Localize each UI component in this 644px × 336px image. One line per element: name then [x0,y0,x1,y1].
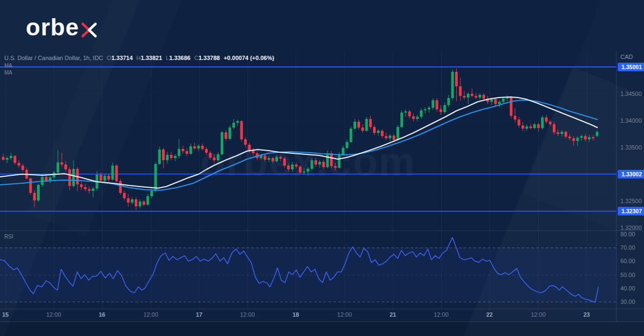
trading-chart-page: orbe orbex.com U.S. Dollar / Canadian Do… [0,0,644,336]
price-tick: 1.33500 [620,144,642,151]
time-label: 12:00 [337,311,352,318]
rsi-tick: 70.00 [620,244,635,251]
rsi-tick: 60.00 [620,258,635,264]
time-label: 15 [2,311,9,318]
price-level-badge: 1.33002 [618,170,644,178]
price-axis-currency: CAD [620,54,633,60]
time-label: 22 [486,311,493,318]
change-value: +0.00074 (+0.06%) [224,55,274,61]
time-label: 12:00 [531,311,546,318]
rsi-tick: 40.00 [620,285,635,292]
high-value: 1.33821 [141,55,162,61]
open-value: 1.33714 [112,55,133,61]
time-label: 23 [583,311,590,318]
rsi-indicator-label[interactable]: RSI [4,234,13,240]
price-level-badge: 1.35001 [618,63,644,71]
symbol-title[interactable]: U.S. Dollar / Canadian Dollar, 1h, IDC [4,55,103,61]
price-level-badge: 1.32307 [618,207,644,215]
time-label: 12:00 [46,311,61,318]
rsi-tick: 80.00 [620,231,635,237]
price-tick: 1.34000 [620,117,642,124]
time-label: 12:00 [240,311,255,318]
close-label: C [194,55,199,61]
low-value: 1.33686 [169,55,191,61]
time-label: 12:00 [143,311,158,318]
rsi-tick: 30.00 [620,298,635,305]
price-tick: 1.34500 [620,91,642,97]
time-label: 21 [390,311,396,318]
price-tick: 1.32000 [620,225,642,231]
close-value: 1.33788 [199,55,220,61]
ma-indicator-label-1[interactable]: MA [4,63,12,69]
time-label: 17 [196,311,202,318]
symbol-legend[interactable]: U.S. Dollar / Canadian Dollar, 1h, IDC O… [4,55,274,61]
time-label: 12:00 [434,311,449,318]
time-label: 16 [99,311,105,318]
price-tick: 1.32500 [620,198,642,204]
rsi-tick: 50.00 [620,272,635,278]
chart-canvas[interactable] [0,0,644,336]
ma-indicator-label-2[interactable]: MA [4,70,12,76]
open-label: O [107,55,112,61]
time-label: 18 [292,311,299,318]
